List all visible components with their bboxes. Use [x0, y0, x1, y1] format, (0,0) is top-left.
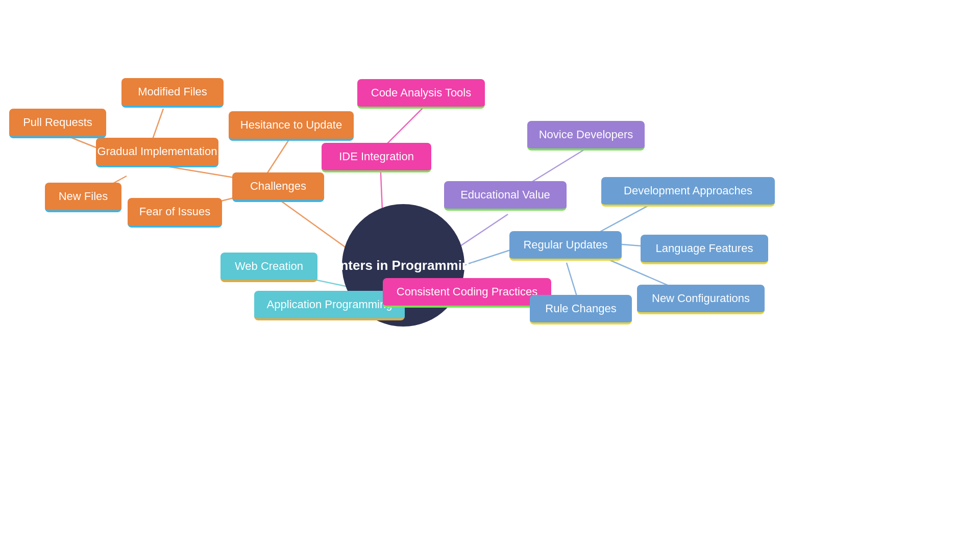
- web-creation-label: Web Creation: [224, 253, 314, 280]
- code-analysis-tools-node[interactable]: Code Analysis Tools: [357, 79, 485, 109]
- consistent-label: Consistent Coding Practices: [385, 278, 549, 306]
- application-programming-node[interactable]: Application Programming: [254, 291, 405, 320]
- regular-updates-label: Regular Updates: [512, 231, 619, 259]
- pull-requests-node[interactable]: Pull Requests: [9, 109, 106, 138]
- challenges-label: Challenges: [239, 172, 317, 200]
- code-analysis-label: Code Analysis Tools: [360, 79, 483, 107]
- modified-files-node[interactable]: Modified Files: [121, 78, 224, 108]
- challenges-node[interactable]: Challenges: [232, 172, 324, 202]
- novice-developers-node[interactable]: Novice Developers: [527, 121, 645, 151]
- center-label: Linters in Programming: [328, 258, 478, 273]
- app-programming-label: Application Programming: [256, 291, 404, 318]
- modified-files-label: Modified Files: [127, 78, 218, 106]
- language-label: Language Features: [645, 235, 765, 262]
- development-label: Development Approaches: [612, 177, 764, 205]
- educational-value-node[interactable]: Educational Value: [444, 181, 567, 211]
- fear-of-issues-node[interactable]: Fear of Issues: [128, 198, 222, 228]
- ide-integration-node[interactable]: IDE Integration: [322, 143, 431, 172]
- new-configs-label: New Configurations: [641, 285, 761, 312]
- novice-label: Novice Developers: [528, 121, 645, 148]
- gradual-implementation-label: Gradual Implementation: [86, 138, 229, 165]
- regular-updates-node[interactable]: Regular Updates: [509, 231, 622, 261]
- new-configurations-node[interactable]: New Configurations: [637, 285, 765, 314]
- rule-changes-node[interactable]: Rule Changes: [530, 295, 632, 324]
- web-creation-node[interactable]: Web Creation: [220, 253, 317, 282]
- language-features-node[interactable]: Language Features: [641, 235, 768, 264]
- consistent-coding-node[interactable]: Consistent Coding Practices: [383, 278, 551, 308]
- educational-label: Educational Value: [449, 181, 561, 209]
- pull-requests-label: Pull Requests: [12, 109, 104, 136]
- hesitance-label: Hesitance to Update: [229, 111, 353, 139]
- development-approaches-node[interactable]: Development Approaches: [601, 177, 775, 207]
- gradual-implementation-node[interactable]: Gradual Implementation: [96, 138, 218, 167]
- new-files-node[interactable]: New Files: [45, 183, 121, 212]
- ide-label: IDE Integration: [328, 143, 425, 170]
- rule-changes-label: Rule Changes: [534, 295, 627, 322]
- svg-line-4: [454, 214, 508, 250]
- new-files-label: New Files: [47, 183, 119, 210]
- fear-label: Fear of Issues: [128, 198, 222, 226]
- hesitance-to-update-node[interactable]: Hesitance to Update: [229, 111, 354, 141]
